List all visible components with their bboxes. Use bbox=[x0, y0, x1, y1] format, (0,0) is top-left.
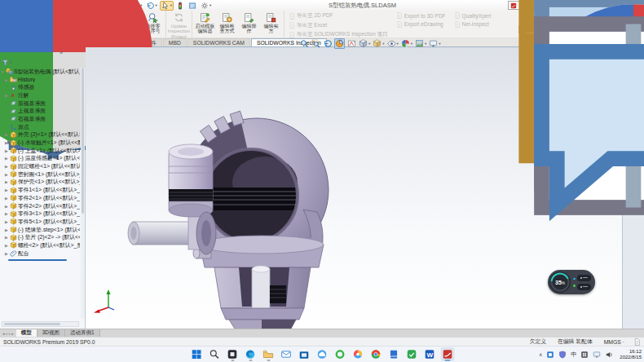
edge-app[interactable] bbox=[244, 347, 258, 361]
dropdown-arrow-icon[interactable]: ▾ bbox=[425, 42, 426, 46]
units-selector[interactable]: MMGS · bbox=[604, 339, 624, 345]
dropdown-arrow-icon[interactable]: ▾ bbox=[439, 42, 440, 46]
zoom-area-icon[interactable] bbox=[311, 39, 320, 48]
rollback-bar[interactable] bbox=[8, 259, 67, 261]
expand-arrow-icon[interactable]: ▶ bbox=[4, 204, 9, 209]
tree-item[interactable]: ▶零件3<1> (默认<<默认>_显示状态 bbox=[0, 210, 80, 218]
model-tab-3D视图[interactable]: 3D视图 bbox=[37, 329, 65, 337]
taskview-app[interactable] bbox=[226, 347, 240, 361]
expand-arrow-icon[interactable]: ▶ bbox=[4, 227, 9, 232]
dropdown-arrow-icon[interactable]: ▾ bbox=[210, 3, 211, 7]
expand-arrow-icon[interactable]: ▶ bbox=[4, 132, 9, 137]
file-explorer-app[interactable] bbox=[262, 347, 276, 361]
tab-scroll-arrow-icon[interactable]: « bbox=[2, 331, 5, 336]
widget-button-bottom[interactable] bbox=[577, 284, 591, 290]
tray-display-icon[interactable] bbox=[593, 351, 601, 359]
view-settings-icon[interactable]: ▾ bbox=[429, 39, 440, 48]
filter-funnel-icon[interactable] bbox=[2, 59, 9, 66]
tree-item[interactable]: ▶(-) 上盖<1> (默认<<默认>_显示状 bbox=[0, 147, 80, 155]
view-orientation-icon[interactable]: ▾ bbox=[359, 39, 370, 48]
tray-app-icon[interactable] bbox=[546, 351, 554, 359]
panel-tabs-overflow-icon[interactable]: » bbox=[60, 50, 63, 55]
tray-shield-icon[interactable] bbox=[558, 351, 567, 359]
tree-item[interactable]: ▶History bbox=[0, 76, 80, 84]
expand-arrow-icon[interactable]: ▶ bbox=[4, 251, 9, 256]
tree-item[interactable]: ▶零件2<2> (默认<<默认>_显示状态 bbox=[0, 202, 80, 210]
ribbon-button[interactable]: 编辑实 方 bbox=[260, 11, 282, 34]
status-sheet-icon[interactable] bbox=[633, 338, 641, 346]
ribbon-button[interactable]: 启动模板 编辑器 bbox=[194, 11, 216, 34]
model-tab-模型[interactable]: 模型 bbox=[16, 329, 37, 337]
expand-arrow-icon[interactable]: ▶ bbox=[4, 243, 9, 248]
expand-arrow-icon[interactable]: ▶ bbox=[4, 140, 9, 145]
ime-mode-icon[interactable] bbox=[580, 351, 589, 359]
options-button[interactable]: ▾ bbox=[199, 1, 213, 11]
dropdown-arrow-icon[interactable]: ▾ bbox=[368, 42, 370, 46]
tab-displaymanager[interactable] bbox=[47, 48, 58, 57]
zoom-recorder-widget[interactable]: 35% bbox=[548, 270, 595, 294]
tray-expand-icon[interactable]: ∧ bbox=[539, 351, 542, 357]
tree-horizontal-scrollbar[interactable] bbox=[2, 321, 79, 327]
tree-item[interactable]: ▶(-) 温度传感器<1> (默认<<默认>_ bbox=[0, 155, 80, 163]
tree-item[interactable]: 右视基准面 bbox=[0, 115, 80, 123]
tab-scroll-buttons[interactable]: «‹›» bbox=[0, 329, 16, 337]
tray-volume-icon[interactable] bbox=[605, 351, 613, 359]
expand-arrow-icon[interactable]: ▶ bbox=[4, 77, 9, 82]
tree-item[interactable]: ▶螺栓<2> (默认<<默认>_显示状态 bbox=[0, 241, 80, 249]
tree-item[interactable]: 原点 bbox=[0, 123, 80, 131]
ribbon-button[interactable]: 编辑检 查方式 bbox=[216, 11, 238, 34]
mail-app[interactable] bbox=[280, 347, 293, 361]
expand-arrow-icon[interactable]: ▶ bbox=[4, 219, 9, 224]
tree-item[interactable]: ▶零件2<1> (默认<<默认>_显示状态 bbox=[0, 194, 80, 202]
edit-appearance-icon[interactable]: ▾ bbox=[401, 39, 412, 48]
search-button[interactable] bbox=[208, 347, 222, 361]
tree-item[interactable]: ▶(-) 绝缘垫.step<1> (默认<<默认>_ bbox=[0, 226, 80, 234]
display-style-icon[interactable]: ▾ bbox=[373, 39, 384, 48]
tree-item[interactable]: ▶外壳 (2)<1> (默认<<默认>_显示状 bbox=[0, 131, 80, 139]
expand-arrow-icon[interactable]: ▶ bbox=[4, 172, 9, 177]
store-app[interactable] bbox=[298, 347, 311, 361]
tree-item[interactable]: ▼S型铠装热电偶 (默认<默认_显示状态-1 bbox=[0, 68, 80, 76]
3d-model-thermocouple-assembly[interactable] bbox=[118, 98, 371, 329]
ribbon-button[interactable]: 编辑操 作 bbox=[238, 11, 260, 34]
hide-show-icon[interactable]: ▾ bbox=[387, 39, 399, 48]
tree-item[interactable]: 前视基准面 bbox=[0, 99, 80, 108]
dropdown-arrow-icon[interactable]: ▾ bbox=[382, 42, 384, 46]
taskbar-clock[interactable]: 16:122022/8/15 bbox=[620, 349, 642, 360]
dynamic-annotation-icon[interactable] bbox=[347, 39, 356, 48]
zoom-fit-icon[interactable] bbox=[300, 39, 309, 48]
taskpane-forum-icon[interactable] bbox=[628, 122, 639, 133]
tree-item[interactable]: ▶配合 bbox=[0, 249, 80, 258]
tab-scroll-arrow-icon[interactable]: › bbox=[8, 331, 10, 336]
tree-item[interactable]: ▶A注解 bbox=[0, 91, 80, 99]
model-tab-运动算例1[interactable]: 运动算例1 bbox=[65, 329, 100, 337]
file-properties-button[interactable] bbox=[187, 1, 198, 11]
tab-scroll-arrow-icon[interactable]: » bbox=[11, 331, 13, 336]
dictionary-app[interactable] bbox=[387, 347, 401, 361]
apply-scene-icon[interactable]: ▾ bbox=[415, 39, 426, 48]
tab-scroll-arrow-icon[interactable]: ‹ bbox=[6, 331, 7, 336]
ribbon-tab-SOLIDWORKS CAM[interactable]: SOLIDWORKS CAM bbox=[187, 38, 250, 46]
expand-arrow-icon[interactable]: ▶ bbox=[4, 188, 9, 192]
expand-arrow-icon[interactable]: ▶ bbox=[4, 164, 9, 169]
tree-item[interactable]: ▶(-) 垫片 (2)<2> -> (默认<<默认>_ bbox=[0, 233, 80, 241]
chrome-app[interactable] bbox=[369, 347, 383, 361]
browser-360-app[interactable] bbox=[333, 347, 347, 361]
browser-wheel-app[interactable] bbox=[351, 347, 365, 361]
tree-item[interactable]: 传感器 bbox=[0, 83, 80, 91]
expand-arrow-icon[interactable]: ▶ bbox=[4, 156, 9, 161]
tree-item[interactable]: ▶保护壳<1> (默认<<默认>_显示状态 bbox=[0, 179, 80, 187]
expand-arrow-icon[interactable]: ▶ bbox=[4, 148, 9, 153]
tree-item[interactable]: ▶零件5<1> (默认<<默认>_显示状态 bbox=[0, 218, 80, 226]
rebuild-button[interactable] bbox=[174, 1, 186, 11]
previous-view-icon[interactable] bbox=[323, 39, 332, 48]
start-button[interactable] bbox=[190, 347, 204, 361]
tree-item[interactable]: ▶固定螺栓<1> (默认<<默认>_显示状 bbox=[0, 162, 80, 170]
solidworks-app[interactable] bbox=[441, 347, 455, 361]
ime-language-indicator[interactable]: 中 bbox=[571, 351, 576, 359]
expand-arrow-icon[interactable]: ▶ bbox=[4, 93, 9, 98]
weather-app[interactable] bbox=[315, 347, 329, 361]
word-app[interactable]: W bbox=[423, 347, 437, 361]
zoom-level-dial[interactable]: 35% bbox=[549, 272, 571, 293]
tree-item[interactable]: ▶(-) 水银触片<1> (默认<<默认>_显示 bbox=[0, 139, 80, 147]
